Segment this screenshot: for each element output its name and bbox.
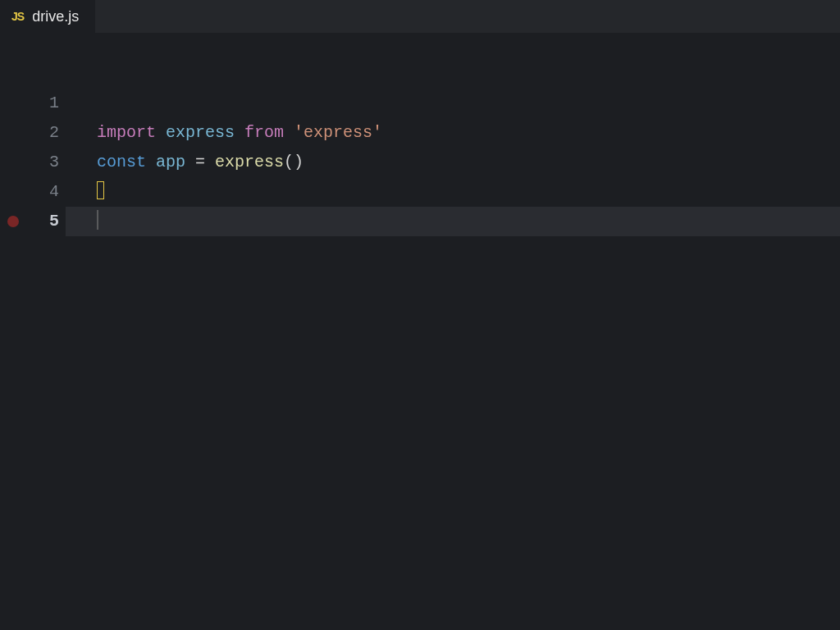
breakpoint-gutter[interactable] bbox=[0, 177, 26, 207]
line-number: 1 bbox=[26, 89, 66, 118]
code-token bbox=[205, 153, 215, 171]
breakpoint-gutter[interactable] bbox=[0, 118, 26, 148]
current-line-highlight bbox=[66, 207, 840, 236]
code-editor[interactable]: 12import express from 'express'3const ap… bbox=[0, 33, 840, 236]
line-number: 4 bbox=[26, 177, 66, 207]
code-token: const bbox=[97, 153, 146, 171]
tab-bar: JS drive.js bbox=[0, 0, 840, 33]
cursor-icon bbox=[97, 210, 98, 230]
line-number: 5 bbox=[26, 207, 66, 236]
code-token: app bbox=[156, 153, 185, 171]
code-token: 'express' bbox=[294, 123, 382, 142]
cursor-icon bbox=[97, 181, 104, 199]
code-token: from bbox=[244, 123, 284, 142]
breakpoint-gutter[interactable] bbox=[0, 207, 26, 236]
code-token: () bbox=[284, 153, 304, 171]
line-number: 3 bbox=[26, 148, 66, 177]
line-number: 2 bbox=[26, 118, 66, 148]
code-line[interactable]: 2import express from 'express' bbox=[0, 118, 840, 148]
code-token: import bbox=[97, 123, 156, 142]
code-token: = bbox=[195, 153, 205, 171]
line-content[interactable]: const app = express() bbox=[66, 148, 304, 177]
code-token bbox=[146, 153, 156, 171]
code-token bbox=[235, 123, 244, 142]
breakpoint-icon[interactable] bbox=[7, 216, 19, 227]
js-file-icon: JS bbox=[11, 10, 24, 23]
line-content[interactable] bbox=[66, 177, 104, 207]
code-token bbox=[156, 123, 166, 142]
code-line[interactable]: 3const app = express() bbox=[0, 148, 840, 177]
breakpoint-gutter[interactable] bbox=[0, 148, 26, 177]
code-token bbox=[284, 123, 294, 142]
line-content[interactable]: import express from 'express' bbox=[66, 118, 382, 148]
code-token bbox=[185, 153, 195, 171]
code-token: express bbox=[166, 123, 235, 142]
tab-drivejs[interactable]: JS drive.js bbox=[0, 0, 95, 33]
code-line[interactable]: 1 bbox=[0, 89, 840, 118]
code-token: express bbox=[215, 153, 284, 171]
code-line[interactable]: 5 bbox=[0, 207, 840, 236]
code-line[interactable]: 4 bbox=[0, 177, 840, 207]
tab-filename: drive.js bbox=[32, 8, 79, 25]
breakpoint-gutter[interactable] bbox=[0, 89, 26, 118]
